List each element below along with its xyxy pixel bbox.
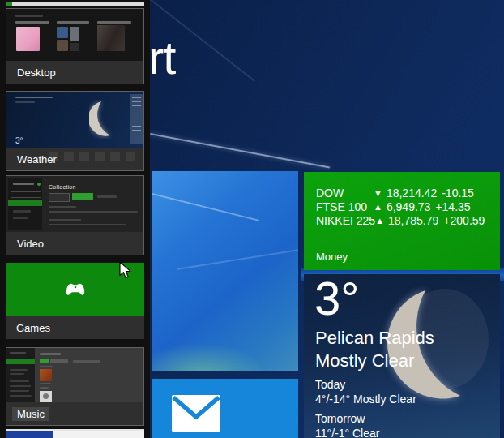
- blur-line: [10, 390, 29, 392]
- blur-line: [10, 385, 31, 387]
- stock-change: -10.15: [442, 187, 474, 200]
- blur-line: [40, 387, 49, 389]
- app-label: Music: [6, 402, 143, 425]
- tile-money-label: Money: [316, 251, 348, 263]
- album-art: [57, 27, 68, 38]
- blur-line: [49, 206, 76, 208]
- app-thumbnail-video[interactable]: Collection Video: [6, 175, 144, 256]
- album-art: [70, 27, 79, 41]
- app-label: Weather: [6, 148, 143, 170]
- weather-location: Pelican Rapids: [315, 328, 434, 349]
- today-forecast: 4°/-14° Mostly Clear: [315, 393, 416, 406]
- current-temperature: 3°: [314, 274, 359, 325]
- start-title: rt: [148, 34, 175, 81]
- stock-value: 18,214.42: [387, 187, 437, 200]
- stock-change: +14.35: [435, 200, 470, 214]
- blur-line: [10, 369, 28, 371]
- blur-line: [49, 219, 81, 221]
- stock-quote-row: NIKKEI 225 ▲ 18,785.79 +200.59: [316, 214, 493, 228]
- video-heading: Collection: [49, 184, 76, 190]
- blur-line: [10, 395, 32, 397]
- app-label: Games: [6, 316, 144, 339]
- video-search-box: [11, 191, 41, 198]
- down-arrow-icon: ▼: [374, 187, 382, 200]
- app-thumbnail-partial-bottom[interactable]: [6, 429, 144, 438]
- blur-line: [10, 373, 24, 375]
- blur-line: [10, 380, 29, 382]
- album-art: [16, 27, 40, 51]
- wallpaper-streak: [152, 192, 259, 221]
- blur-line: [13, 182, 34, 185]
- stock-symbol: DOW: [316, 187, 374, 200]
- blur-line: [97, 195, 117, 198]
- tile-desktop[interactable]: [152, 171, 298, 371]
- forecast-panel: [130, 94, 143, 144]
- app-thumbnail-partial-top[interactable]: [6, 2, 144, 6]
- status-dot: [37, 182, 41, 186]
- blur-line: [40, 353, 61, 355]
- stock-value: 18,785.79: [388, 214, 438, 228]
- blur-line: [13, 217, 28, 219]
- blur-line: [15, 97, 53, 98]
- music-selected-item: [6, 359, 35, 364]
- envelope-icon: [172, 395, 220, 432]
- tile-weather[interactable]: 3° Pelican Rapids Mostly Clear Today 4°/…: [304, 274, 500, 438]
- app-label: Desktop: [6, 61, 143, 84]
- blur-line: [49, 224, 126, 225]
- blur-line: [97, 21, 131, 24]
- stock-symbol: NIKKEI 225: [316, 214, 375, 228]
- video-filter-button: [49, 193, 70, 202]
- album-art: [40, 391, 52, 402]
- stock-quote-row: DOW ▼ 18,214.42 -10.15: [316, 187, 493, 200]
- video-selected-item: [8, 200, 42, 206]
- album-art: [57, 40, 68, 51]
- blur-line: [73, 360, 100, 363]
- stock-quote-row: FTSE 100 ▲ 6,949.73 +14.35: [316, 200, 493, 214]
- blur-line: [49, 211, 138, 213]
- video-green-button: [72, 193, 93, 200]
- mini-temperature: 3°: [15, 136, 23, 145]
- blur-line: [40, 383, 51, 384]
- music-sidebar: [6, 348, 35, 402]
- app-switcher-sidebar: Desktop 3° Weather: [0, 0, 150, 438]
- tomorrow-forecast: 11°/-1° Clear: [315, 427, 379, 438]
- blur-line: [15, 21, 49, 24]
- wallpaper-glow: [152, 315, 298, 371]
- stock-change: +200.59: [443, 214, 485, 228]
- app-thumbnail-music[interactable]: Music: [6, 347, 144, 426]
- blur-line: [10, 352, 26, 354]
- start-screen: rt DOW ▼ 18,214.42 -10.15 FTSE 100 ▲ 6,9…: [0, 0, 504, 438]
- today-label: Today: [315, 378, 345, 391]
- blur-line: [15, 15, 43, 17]
- blur-line: [13, 210, 31, 213]
- app-label: Video: [6, 232, 143, 255]
- thumbnail-accent: [6, 2, 12, 6]
- album-art: [97, 25, 125, 51]
- weather-preview: 3°: [6, 92, 143, 148]
- app-thumbnail-desktop[interactable]: Desktop: [6, 8, 144, 84]
- blur-line: [57, 21, 89, 24]
- game-controller-icon: [65, 282, 86, 297]
- thumbnail-accent: [6, 431, 53, 438]
- up-arrow-icon: ▲: [375, 214, 384, 228]
- stock-symbol: FTSE 100: [316, 200, 374, 214]
- stock-quote-list: DOW ▼ 18,214.42 -10.15 FTSE 100 ▲ 6,949.…: [316, 187, 493, 228]
- app-label-text: Music: [12, 407, 49, 421]
- music-preview: [6, 348, 143, 402]
- stock-value: 6,949.73: [387, 200, 431, 214]
- tile-mail[interactable]: [152, 379, 298, 438]
- app-label-text: Desktop: [17, 67, 56, 79]
- video-preview: Collection: [6, 176, 143, 232]
- weather-condition: Mostly Clear: [315, 350, 414, 371]
- up-arrow-icon: ▲: [374, 200, 382, 214]
- app-thumbnail-weather[interactable]: 3° Weather: [6, 91, 144, 171]
- mouse-cursor: [118, 261, 132, 280]
- wallpaper-streak: [177, 247, 298, 269]
- app-label-text: Games: [16, 322, 50, 334]
- tile-money[interactable]: DOW ▼ 18,214.42 -10.15 FTSE 100 ▲ 6,949.…: [304, 172, 500, 270]
- blur-line: [40, 366, 53, 367]
- desktop-preview: [6, 9, 143, 61]
- album-art: [40, 369, 52, 381]
- app-label-text: Video: [17, 238, 44, 250]
- album-art: [70, 43, 79, 51]
